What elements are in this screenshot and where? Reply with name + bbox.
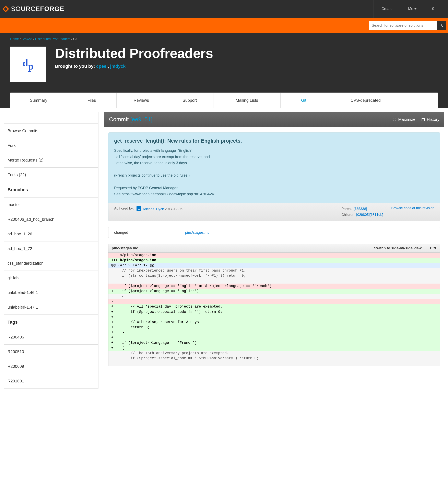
- owner-link[interactable]: cpeel: [96, 64, 108, 69]
- branch-item[interactable]: css_standardization: [4, 256, 98, 271]
- branch-item[interactable]: unlabeled-1.46.1: [4, 285, 98, 300]
- diff-line: [109, 278, 440, 283]
- diff-line: {: [109, 294, 440, 299]
- maximize-icon: [392, 117, 397, 122]
- diff-body: --- a/pinc/stages.inc+++ b/pinc/stages.i…: [109, 253, 440, 366]
- commit-title: get_reserve_length(): New rules for Engl…: [114, 138, 434, 144]
- diff-line: if ($project->special_code == '15thDPAnn…: [109, 356, 440, 361]
- diff-line: // for inexperienced users on their firs…: [109, 268, 440, 273]
- diff-line: + if ($project->language == 'French'): [109, 340, 440, 345]
- power-icon: [137, 207, 141, 210]
- branch-item[interactable]: ad_hoc_1_72: [4, 241, 98, 256]
- child-link[interactable]: [6811db]: [370, 213, 383, 217]
- parent-link[interactable]: [735338]: [353, 207, 367, 211]
- nav-me[interactable]: Me: [400, 0, 424, 18]
- tab-reviews[interactable]: Reviews: [117, 93, 166, 108]
- switch-view-button[interactable]: Switch to side-by-side view: [370, 244, 426, 252]
- author-link[interactable]: Michael Dyck: [143, 207, 164, 211]
- tab-support[interactable]: Support: [166, 93, 213, 108]
- diff-line: + }: [109, 330, 440, 335]
- sourceforge-icon: [2, 5, 9, 13]
- diff-line: @@ -477,9 +477,17 @@: [109, 263, 440, 268]
- children-label: Children:: [341, 213, 356, 217]
- sidebar-item[interactable]: Merge Requests (2): [4, 153, 98, 168]
- maximize-button[interactable]: Maximize: [392, 117, 415, 122]
- project-header: Home / Browse / Distributed Proofreaders…: [0, 33, 448, 93]
- diff: pinc/stages.inc Switch to side-by-side v…: [108, 244, 440, 366]
- parent-label: Parent:: [341, 207, 353, 211]
- orange-bar: [0, 18, 448, 33]
- diff-line: // The 15th anniversary projects are exe…: [109, 351, 440, 356]
- sidebar-item[interactable]: Forks (22): [4, 168, 98, 182]
- main: Commit [ee9151] Maximize History get_res…: [104, 112, 444, 389]
- sidebar: Browse CommitsForkMerge Requests (2)Fork…: [4, 112, 98, 389]
- search-input[interactable]: [369, 21, 437, 30]
- sidebar-item[interactable]: Fork: [4, 138, 98, 153]
- top-nav: SOURCEFORGE Create Me 0: [0, 0, 448, 18]
- diff-line: + return 3;: [109, 325, 440, 330]
- nav-notifications[interactable]: 0: [424, 0, 442, 18]
- calendar-icon: [421, 117, 425, 122]
- sidebar-item[interactable]: Browse Commits: [4, 124, 98, 138]
- child-link[interactable]: [029805]: [356, 213, 370, 217]
- diff-line: +++ b/pinc/stages.inc: [109, 258, 440, 263]
- tab-cvs-deprecated[interactable]: CVS-deprecated: [327, 93, 404, 108]
- author-avatar: [137, 206, 141, 211]
- panel-title: Commit [ee9151]: [109, 116, 152, 123]
- tab-git[interactable]: Git: [281, 93, 327, 108]
- sidebar-filter[interactable]: [4, 112, 98, 124]
- diff-line: + {: [109, 345, 440, 350]
- diff-line: -: [109, 299, 440, 304]
- commit-body: Specifically, for projects with language…: [114, 147, 434, 197]
- nav-me-label: Me: [408, 7, 413, 11]
- diff-button[interactable]: Diff: [426, 244, 440, 252]
- diff-line: +: [109, 335, 440, 340]
- crumb-home[interactable]: Home: [10, 37, 19, 41]
- tab-files[interactable]: Files: [67, 93, 117, 108]
- branch-item[interactable]: R200406_ad_hoc_branch: [4, 212, 98, 227]
- diff-line: [109, 361, 440, 366]
- crumb-current: Git: [73, 37, 77, 41]
- tag-item[interactable]: R200510: [4, 344, 98, 359]
- browse-code-link[interactable]: Browse code at this revision: [391, 206, 434, 210]
- diff-line: if (str_contains($project->nameofwork, '…: [109, 273, 440, 278]
- owner-link[interactable]: jmdyck: [110, 64, 126, 69]
- branches-heading: Branches: [4, 182, 98, 198]
- diff-line: +: [109, 314, 440, 320]
- nav-create[interactable]: Create: [373, 0, 400, 18]
- tab-mailing-lists[interactable]: Mailing Lists: [213, 93, 281, 108]
- authored-by-label: Authored by:: [114, 206, 134, 211]
- tag-item[interactable]: R200609: [4, 359, 98, 374]
- crumb-browse[interactable]: Browse: [22, 37, 32, 41]
- commit-hash-link[interactable]: [ee9151]: [130, 116, 152, 123]
- diff-line: + if ($project->special_code != '') retu…: [109, 309, 440, 314]
- search-wrap: [369, 21, 446, 30]
- branch-item[interactable]: ad_hoc_1_26: [4, 227, 98, 241]
- search-button[interactable]: [437, 21, 446, 30]
- diff-line: + // Otherwise, reserve for 3 days.: [109, 320, 440, 325]
- tags-heading: Tags: [4, 315, 98, 330]
- tag-item[interactable]: R200406: [4, 330, 98, 344]
- diff-line: + // All 'special day' projects are exem…: [109, 304, 440, 309]
- caret-down-icon: [415, 8, 416, 10]
- branch-item[interactable]: unlabeled-1.47.1: [4, 300, 98, 315]
- commit-box: get_reserve_length(): New rules for Engl…: [108, 132, 440, 221]
- crumb-project[interactable]: Distributed Proofreaders: [35, 37, 70, 41]
- brought-by: Brought to you by: cpeel, jmdyck: [55, 64, 213, 69]
- tab-summary[interactable]: Summary: [10, 93, 67, 108]
- diff-line: - if ($project->language == 'English' or…: [109, 283, 440, 289]
- tag-item[interactable]: R201601: [4, 374, 98, 389]
- changed-file-link[interactable]: pinc/stages.inc: [185, 231, 209, 235]
- branch-item[interactable]: master: [4, 198, 98, 212]
- search-icon: [439, 23, 444, 28]
- changed-files: changed pinc/stages.inc: [108, 227, 440, 238]
- project-title: Distributed Proofreaders: [55, 47, 213, 60]
- logo-text: SOURCEFORGE: [11, 5, 64, 13]
- panel-header: Commit [ee9151] Maximize History: [104, 112, 444, 127]
- diff-line: --- a/pinc/stages.inc: [109, 253, 440, 258]
- diff-filename: pinc/stages.inc: [112, 246, 138, 250]
- branch-item[interactable]: git-lab: [4, 271, 98, 285]
- tabs: SummaryFilesReviewsSupportMailing ListsG…: [10, 93, 438, 108]
- history-button[interactable]: History: [421, 117, 439, 122]
- logo[interactable]: SOURCEFORGE: [2, 5, 64, 13]
